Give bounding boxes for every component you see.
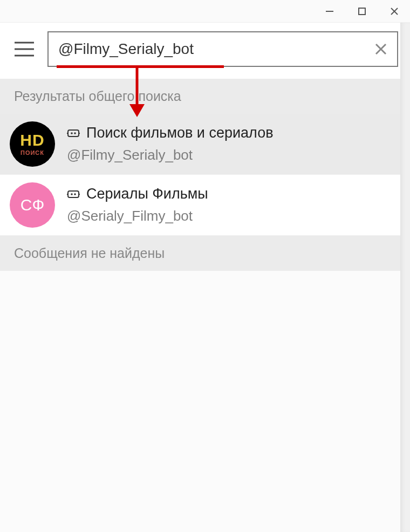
result-item[interactable]: HD ПОИСК Поиск фильмов и сериалов xyxy=(0,114,410,175)
minimize-button[interactable] xyxy=(318,0,341,23)
app-window: Результаты общего поиска HD ПОИСК xyxy=(0,0,410,532)
result-item[interactable]: СФ Сериалы Фильмы @Serialy_ xyxy=(0,175,410,236)
annotation-underline xyxy=(57,65,224,68)
result-list: HD ПОИСК Поиск фильмов и сериалов xyxy=(0,114,410,236)
bot-icon xyxy=(67,189,80,200)
svg-rect-16 xyxy=(68,191,79,197)
avatar: СФ xyxy=(10,182,55,228)
svg-rect-11 xyxy=(68,130,79,137)
search-input[interactable] xyxy=(47,31,398,67)
global-results-header: Результаты общего поиска xyxy=(0,79,410,114)
result-title-row: Сериалы Фильмы xyxy=(67,186,208,202)
svg-point-14 xyxy=(71,132,73,134)
avatar: HD ПОИСК xyxy=(10,121,55,167)
header xyxy=(0,23,410,79)
svg-point-20 xyxy=(74,193,76,195)
result-title: Поиск фильмов и сериалов xyxy=(86,125,274,141)
result-title-row: Поиск фильмов и сериалов xyxy=(67,125,274,141)
result-username: @Serialy_Filmy_bot xyxy=(67,208,208,224)
right-edge xyxy=(400,23,410,532)
svg-point-15 xyxy=(74,132,76,134)
svg-point-19 xyxy=(71,193,73,195)
result-text: Поиск фильмов и сериалов @Filmy_Serialy_… xyxy=(67,125,274,163)
titlebar xyxy=(0,0,410,23)
no-messages-header: Сообщения не найдены xyxy=(0,236,410,271)
avatar-label: HD xyxy=(20,132,44,148)
maximize-button[interactable] xyxy=(351,0,373,23)
close-window-button[interactable] xyxy=(383,0,406,23)
result-text: Сериалы Фильмы @Serialy_Filmy_bot xyxy=(67,186,208,224)
clear-search-button[interactable] xyxy=(370,38,392,60)
bot-icon xyxy=(67,128,80,139)
search-wrap xyxy=(47,31,398,67)
avatar-label: СФ xyxy=(20,196,44,214)
svg-rect-1 xyxy=(359,8,365,15)
result-title: Сериалы Фильмы xyxy=(86,186,208,202)
avatar-sublabel: ПОИСК xyxy=(20,149,44,156)
result-username: @Filmy_Serialy_bot xyxy=(67,147,274,163)
menu-button[interactable] xyxy=(12,37,37,62)
